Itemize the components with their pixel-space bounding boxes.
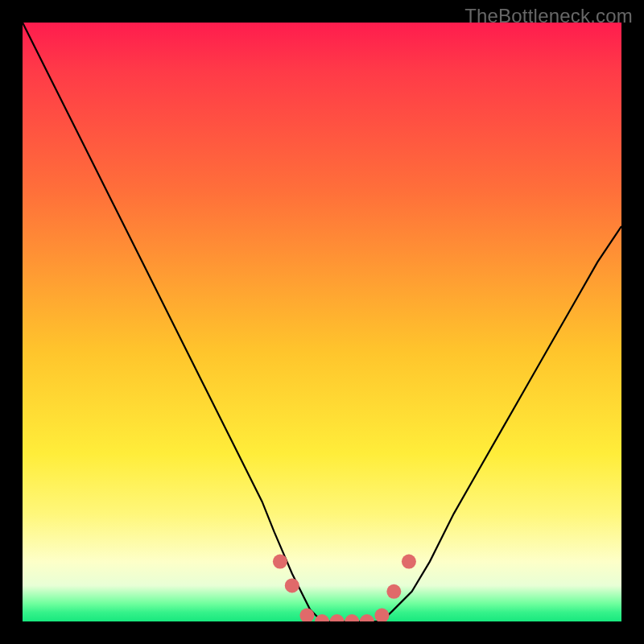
bead-marker [273,555,287,569]
watermark-text: TheBottleneck.com [464,5,633,27]
marker-group [273,555,416,621]
bead-marker [285,578,299,592]
bead-marker [360,614,374,621]
chart-frame: TheBottleneck.com [0,0,644,644]
optimal-markers [23,23,621,621]
plot-area [23,23,621,621]
bead-marker [315,614,329,621]
bead-marker [299,609,314,621]
bead-marker [374,609,389,621]
bead-marker [330,614,345,621]
bead-marker [386,584,401,599]
bead-marker [345,614,359,621]
bead-marker [402,555,416,569]
